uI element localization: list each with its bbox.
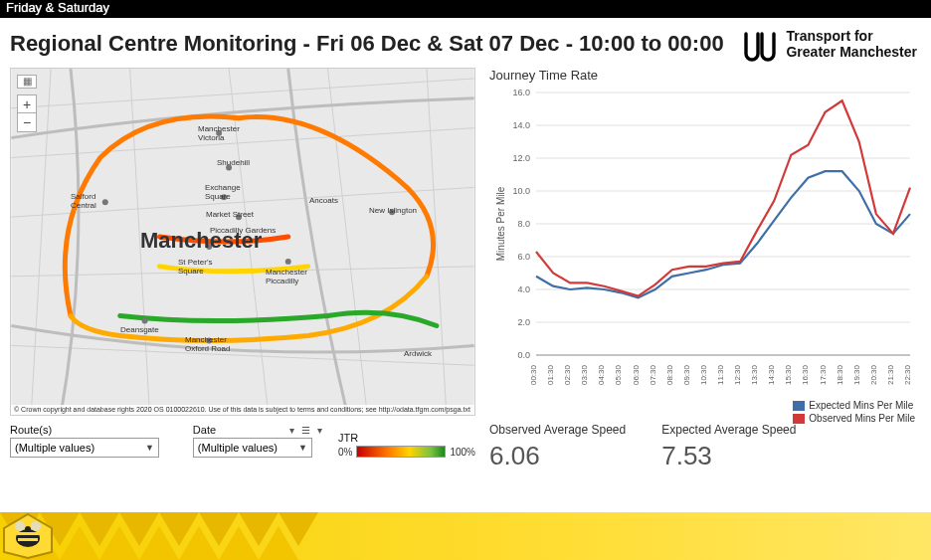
chevron-down-icon: ▼ [298,443,307,453]
routes-select[interactable]: (Multiple values) ▼ [10,438,159,458]
svg-text:04:30: 04:30 [597,364,606,385]
svg-text:13:30: 13:30 [750,364,759,385]
svg-text:09:30: 09:30 [682,364,691,385]
svg-text:10:30: 10:30 [699,364,708,385]
svg-text:08:30: 08:30 [665,364,674,385]
svg-text:11:30: 11:30 [716,364,725,385]
footer-banner [0,512,931,560]
svg-text:4.0: 4.0 [517,284,530,294]
filter-icons[interactable]: ▾ ☰ ▾ [289,425,324,436]
tfgm-logo: Transport for Greater Manchester [742,26,917,62]
stats: Observed Average Speed 6.06 Expected Ave… [489,423,921,471]
map-credit: © Crown copyright and database rights 20… [11,405,474,415]
svg-text:02:30: 02:30 [563,364,572,385]
observed-speed-label: Observed Average Speed [489,423,626,437]
expected-speed-value: 7.53 [661,441,796,471]
svg-text:05:30: 05:30 [614,364,623,385]
top-tab-bar: Friday & Saturday [0,0,931,18]
bee-icon [0,512,56,560]
logo-text-2: Greater Manchester [786,44,917,60]
svg-text:14.0: 14.0 [512,120,530,130]
svg-text:06:30: 06:30 [632,364,641,385]
jtr-gradient [356,446,446,458]
svg-text:16.0: 16.0 [512,88,530,97]
svg-text:12.0: 12.0 [512,153,530,163]
svg-text:19:30: 19:30 [852,364,861,385]
routes-label: Route(s) [10,424,179,436]
svg-text:6.0: 6.0 [517,252,530,262]
svg-text:10.0: 10.0 [512,186,530,196]
tfgm-logo-icon [742,26,778,62]
svg-text:2.0: 2.0 [517,317,530,327]
expected-speed-label: Expected Average Speed [661,423,796,437]
svg-point-83 [15,521,25,531]
chart-title: Journey Time Rate [489,68,921,83]
svg-point-85 [25,526,31,532]
filters: Route(s) (Multiple values) ▼ Date ▾ ☰ ▾ … [10,424,475,458]
chevron-down-icon: ▼ [145,443,154,453]
tab-label[interactable]: Friday & Saturday [6,0,109,15]
svg-text:17:30: 17:30 [819,364,828,385]
route-map[interactable]: Manchester ManchesterVictoria Shudehill … [10,68,475,416]
date-select[interactable]: (Multiple values) ▼ [193,438,312,458]
svg-text:12:30: 12:30 [733,364,742,385]
date-label: Date [193,424,216,436]
footer-pattern [0,512,597,560]
svg-point-17 [142,318,148,324]
map-zoom: + − [17,94,37,132]
svg-text:Minutes Per Mile: Minutes Per Mile [495,186,506,261]
legend-expected: Expected Mins Per Mile [809,400,913,411]
svg-point-19 [102,199,108,205]
zoom-out-button[interactable]: − [18,113,36,131]
svg-text:15:30: 15:30 [784,364,793,385]
svg-point-84 [31,521,41,531]
svg-text:03:30: 03:30 [580,364,589,385]
svg-text:21:30: 21:30 [886,364,895,385]
legend-observed: Observed Mins Per Mile [809,413,915,424]
journey-time-chart[interactable]: 0.02.04.06.08.010.012.014.016.0Minutes P… [489,85,921,413]
svg-text:18:30: 18:30 [836,364,844,385]
svg-rect-81 [17,532,39,535]
svg-text:16:30: 16:30 [801,364,810,385]
svg-text:14:30: 14:30 [767,364,776,385]
legend-swatch-observed [793,414,805,424]
jtr-label: JTR [338,432,475,444]
svg-text:20:30: 20:30 [869,364,878,385]
svg-point-16 [285,259,291,265]
svg-text:22:30: 22:30 [903,364,912,385]
svg-text:8.0: 8.0 [517,219,530,229]
map-layers-button[interactable]: ▦ [17,75,37,89]
svg-rect-82 [18,538,38,541]
date-value: (Multiple values) [198,442,278,454]
page-title: Regional Centre Monitoring - Fri 06 Dec … [10,31,724,57]
svg-text:00:30: 00:30 [529,364,538,385]
jtr-max: 100% [450,447,475,458]
legend-swatch-expected [793,401,805,411]
svg-text:07:30: 07:30 [649,364,657,385]
routes-value: (Multiple values) [15,442,94,454]
header: Regional Centre Monitoring - Fri 06 Dec … [0,18,931,68]
svg-text:01:30: 01:30 [546,364,555,385]
zoom-in-button[interactable]: + [18,95,36,113]
svg-text:0.0: 0.0 [517,350,530,360]
main: Manchester ManchesterVictoria Shudehill … [0,68,931,477]
chart-legend: Expected Mins Per Mile Observed Mins Per… [793,400,915,426]
jtr-min: 0% [338,447,352,458]
logo-text-1: Transport for [786,28,917,44]
observed-speed-value: 6.06 [489,441,626,471]
